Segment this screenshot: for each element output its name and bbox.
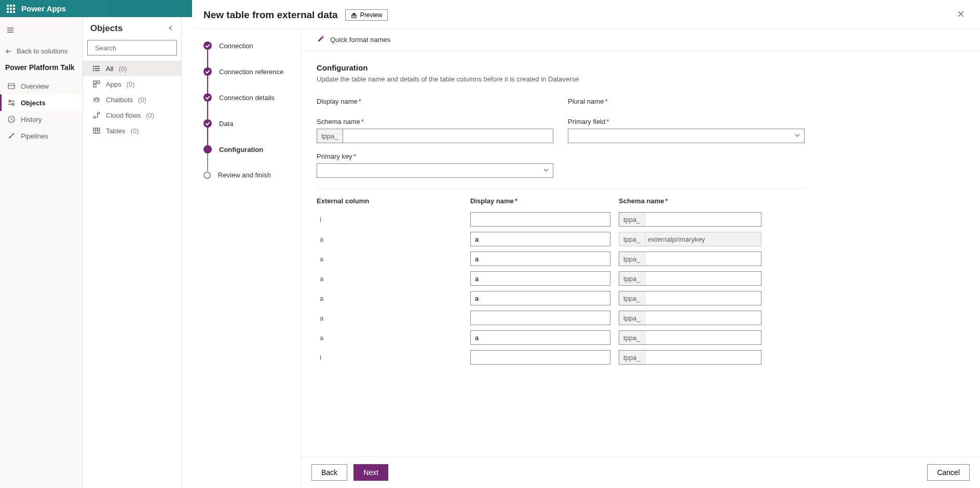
schema-name-input[interactable]: tppa_ [317, 129, 553, 143]
step-connection[interactable]: Connection [203, 41, 296, 50]
close-icon [957, 10, 964, 18]
step-configuration[interactable]: Configuration [203, 145, 296, 154]
external-column-name: a [317, 275, 462, 283]
new-table-modal: New table from external data Preview Con… [192, 0, 980, 488]
arrow-left-icon [5, 48, 12, 55]
svg-point-24 [93, 71, 94, 71]
external-column-name: a [317, 334, 462, 342]
list-icon [92, 64, 101, 73]
chatbot-icon [92, 95, 101, 104]
objects-apps[interactable]: Apps (0) [83, 76, 181, 92]
column-display-name-input[interactable] [470, 350, 610, 365]
col-header-display: Display name* [470, 197, 610, 205]
column-schema-name-input[interactable]: tppa_ [619, 271, 761, 286]
svg-rect-26 [97, 81, 100, 83]
preview-button[interactable]: Preview [345, 9, 388, 21]
app-title: Power Apps [21, 4, 66, 13]
plural-name-label: Plural name* [568, 97, 805, 105]
flow-icon [92, 111, 101, 119]
modal-title: New table from external data [203, 9, 338, 21]
column-schema-name-input[interactable]: tppa_ [619, 252, 761, 266]
column-schema-name-input[interactable]: tppa_ [619, 291, 761, 305]
preview-icon [351, 12, 357, 18]
schema-name-label: Schema name* [317, 118, 553, 126]
next-button[interactable]: Next [353, 464, 388, 481]
config-description: Update the table name and details of the… [317, 75, 964, 83]
step-connection-reference[interactable]: Connection reference [203, 67, 296, 76]
svg-point-30 [97, 99, 98, 100]
objects-title: Objects [90, 23, 122, 34]
chevron-left-icon [168, 25, 174, 31]
svg-point-29 [95, 99, 96, 100]
svg-point-10 [12, 103, 14, 105]
close-modal-button[interactable] [953, 6, 969, 23]
back-button[interactable]: Back [311, 464, 347, 481]
schema-name-field[interactable] [343, 129, 553, 143]
objects-cloud-flows[interactable]: Cloud flows (0) [83, 107, 181, 123]
history-icon [7, 115, 16, 123]
primary-field-select[interactable] [568, 129, 805, 143]
svg-rect-28 [94, 98, 99, 102]
column-schema-name-input[interactable]: tppa_ [619, 350, 761, 365]
svg-point-33 [98, 112, 100, 114]
svg-rect-25 [93, 81, 96, 83]
primary-key-label: Primary key* [317, 152, 553, 160]
column-display-name-input[interactable] [470, 232, 610, 246]
column-display-name-input[interactable] [470, 330, 610, 345]
svg-rect-27 [93, 85, 96, 87]
external-column-name: l [317, 354, 462, 361]
waffle-icon[interactable] [2, 0, 19, 17]
magic-wand-icon [317, 35, 325, 45]
column-display-name-input[interactable] [470, 252, 610, 266]
collapse-panel-icon[interactable] [168, 24, 174, 33]
modal-footer: Back Next Cancel [301, 456, 980, 488]
col-header-external: External column [317, 197, 462, 205]
objects-all[interactable]: All (0) [83, 61, 181, 76]
svg-point-23 [93, 68, 94, 69]
primary-key-select[interactable] [317, 163, 553, 178]
svg-rect-7 [8, 83, 15, 89]
back-label: Back to solutions [17, 47, 67, 55]
svg-rect-34 [93, 128, 100, 133]
primary-field-label: Primary field* [568, 118, 805, 126]
svg-point-22 [93, 66, 94, 67]
objects-chatbots[interactable]: Chatbots (0) [83, 92, 181, 107]
hamburger-icon[interactable] [2, 22, 19, 38]
left-nav-rail: Back to solutions Power Platform Talk Ov… [0, 17, 83, 488]
objects-icon [7, 99, 16, 107]
svg-point-9 [9, 100, 11, 102]
nav-overview[interactable]: Overview [0, 78, 83, 94]
external-column-name: a [317, 295, 462, 302]
external-column-name: a [317, 235, 462, 243]
svg-point-32 [93, 116, 96, 118]
apps-icon [92, 80, 101, 88]
solution-name: Power Platform Talk [0, 59, 83, 78]
column-display-name-input[interactable] [470, 311, 610, 325]
external-column-name: a [317, 255, 462, 263]
column-schema-name-input: tppa_ [619, 232, 761, 246]
column-schema-name-input[interactable]: tppa_ [619, 212, 761, 227]
quick-format-names[interactable]: Quick format names [301, 29, 980, 51]
objects-tables[interactable]: Tables (0) [83, 123, 181, 138]
column-display-name-input[interactable] [470, 271, 610, 286]
nav-history[interactable]: History [0, 111, 83, 128]
objects-panel: Objects All (0) Apps (0) Chatbots (0) Cl… [83, 17, 182, 488]
wizard-stepper: Connection Connection reference Connecti… [192, 29, 301, 488]
config-heading: Configuration [317, 63, 964, 72]
display-name-label: Display name* [317, 97, 553, 105]
column-display-name-input[interactable] [470, 291, 610, 305]
step-connection-details[interactable]: Connection details [203, 93, 296, 102]
column-schema-name-input[interactable]: tppa_ [619, 330, 761, 345]
modal-header: New table from external data Preview [192, 0, 980, 29]
external-column-name: l [317, 216, 462, 224]
step-review: Review and finish [203, 171, 296, 179]
objects-search[interactable] [87, 40, 177, 55]
column-display-name-input[interactable] [470, 212, 610, 227]
nav-objects[interactable]: Objects [0, 94, 83, 111]
back-to-solutions[interactable]: Back to solutions [0, 43, 83, 59]
cancel-button[interactable]: Cancel [927, 464, 970, 481]
nav-pipelines[interactable]: Pipelines [0, 128, 83, 144]
search-input[interactable] [95, 44, 182, 52]
column-schema-name-input[interactable]: tppa_ [619, 311, 761, 325]
step-data[interactable]: Data [203, 119, 296, 128]
